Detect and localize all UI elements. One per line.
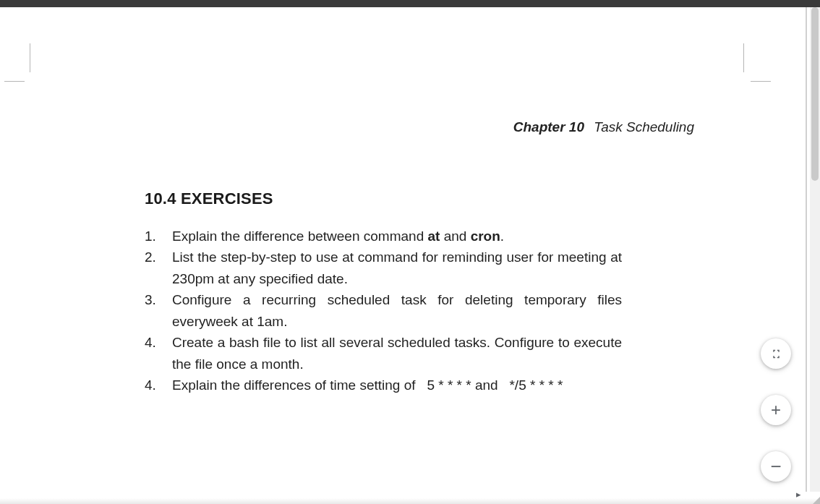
item-text: Explain the differences of time setting … bbox=[172, 375, 622, 396]
crop-mark bbox=[4, 81, 25, 82]
item-text: Configure a recurring scheduled task for… bbox=[172, 289, 622, 332]
item-text: Create a bash file to list all several s… bbox=[172, 332, 622, 375]
page-bottom-edge bbox=[0, 498, 820, 504]
minus-icon: − bbox=[770, 456, 781, 478]
resize-handle[interactable] bbox=[813, 497, 820, 504]
item-number: 4. bbox=[145, 375, 172, 396]
plus-icon: + bbox=[771, 400, 781, 420]
item-number: 1. bbox=[145, 226, 172, 247]
item-text: Explain the difference between command a… bbox=[172, 226, 622, 247]
item-text: List the step-by-step to use at command … bbox=[172, 247, 622, 289]
item-number: 3. bbox=[145, 289, 172, 310]
chapter-header: Chapter 10 Task Scheduling bbox=[0, 119, 774, 135]
zoom-out-button[interactable]: − bbox=[761, 451, 791, 482]
list-item: 4.Create a bash file to list all several… bbox=[145, 332, 622, 375]
list-item: 1.Explain the difference between command… bbox=[145, 226, 622, 247]
list-item: 2.List the step-by-step to use at comman… bbox=[145, 247, 622, 289]
crop-mark bbox=[751, 81, 771, 82]
top-bar bbox=[0, 0, 820, 7]
section-heading: 10.4 EXERCISES bbox=[145, 189, 273, 208]
resize-arrow-icon: ▸ bbox=[796, 489, 801, 500]
scrollbar-thumb[interactable] bbox=[811, 7, 819, 181]
chapter-title: Task Scheduling bbox=[594, 119, 694, 134]
crop-mark bbox=[743, 43, 744, 72]
list-item: 4.Explain the differences of time settin… bbox=[145, 375, 622, 396]
fit-to-page-button[interactable] bbox=[761, 338, 791, 369]
zoom-in-button[interactable]: + bbox=[761, 395, 791, 425]
fit-page-icon bbox=[770, 348, 782, 360]
exercise-list: 1.Explain the difference between command… bbox=[145, 226, 622, 396]
crop-mark bbox=[30, 43, 30, 72]
page-shadow bbox=[806, 7, 807, 492]
item-number: 4. bbox=[145, 332, 172, 353]
item-number: 2. bbox=[145, 247, 172, 268]
chapter-number: Chapter 10 bbox=[513, 119, 584, 134]
list-item: 3.Configure a recurring scheduled task f… bbox=[145, 289, 622, 332]
